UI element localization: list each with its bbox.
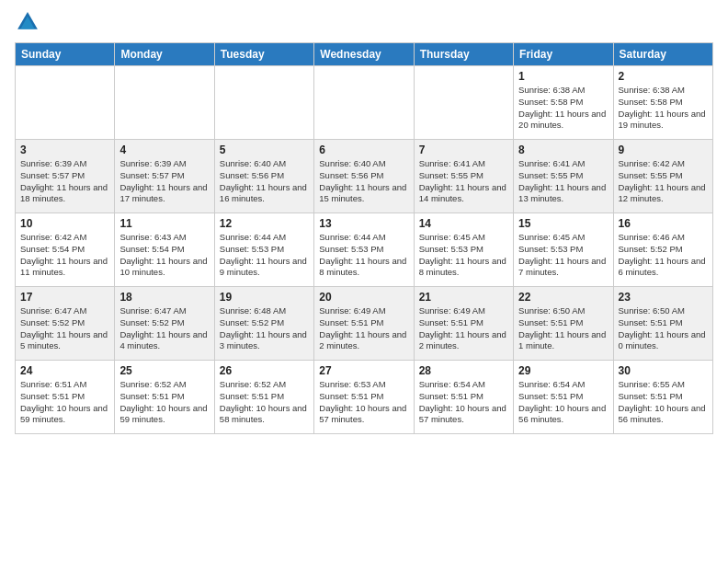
calendar-cell: 29Sunrise: 6:54 AM Sunset: 5:51 PM Dayli… <box>514 361 613 434</box>
page: SundayMondayTuesdayWednesdayThursdayFrid… <box>0 0 728 449</box>
day-number: 25 <box>119 364 209 377</box>
weekday-header-sunday: Sunday <box>16 43 115 66</box>
day-number: 8 <box>518 144 608 156</box>
day-number: 11 <box>119 217 209 230</box>
calendar-cell: 30Sunrise: 6:55 AM Sunset: 5:51 PM Dayli… <box>613 361 712 434</box>
calendar-cell: 2Sunrise: 6:38 AM Sunset: 5:58 PM Daylig… <box>613 66 712 140</box>
day-info: Sunrise: 6:50 AM Sunset: 5:51 PM Dayligh… <box>518 305 608 352</box>
calendar-cell: 4Sunrise: 6:39 AM Sunset: 5:57 PM Daylig… <box>115 140 214 213</box>
day-number: 28 <box>419 364 508 377</box>
day-number: 23 <box>619 291 708 304</box>
day-number: 18 <box>119 291 209 304</box>
day-number: 14 <box>419 217 508 230</box>
calendar-table: SundayMondayTuesdayWednesdayThursdayFrid… <box>15 42 713 434</box>
calendar-cell: 24Sunrise: 6:51 AM Sunset: 5:51 PM Dayli… <box>16 361 115 434</box>
calendar-cell: 25Sunrise: 6:52 AM Sunset: 5:51 PM Dayli… <box>115 361 214 434</box>
cell-content-day-28: 28Sunrise: 6:54 AM Sunset: 5:51 PM Dayli… <box>419 364 508 426</box>
day-number: 17 <box>20 291 109 304</box>
calendar-cell <box>16 66 115 140</box>
day-number: 29 <box>518 364 608 377</box>
cell-content-day-12: 12Sunrise: 6:44 AM Sunset: 5:53 PM Dayli… <box>220 217 309 279</box>
day-number: 15 <box>518 217 608 230</box>
day-info: Sunrise: 6:39 AM Sunset: 5:57 PM Dayligh… <box>20 158 109 205</box>
day-number: 26 <box>220 364 309 377</box>
cell-content-day-17: 17Sunrise: 6:47 AM Sunset: 5:52 PM Dayli… <box>20 291 109 352</box>
day-number: 27 <box>319 364 408 377</box>
cell-content-day-16: 16Sunrise: 6:46 AM Sunset: 5:52 PM Dayli… <box>619 217 708 279</box>
cell-content-day-30: 30Sunrise: 6:55 AM Sunset: 5:51 PM Dayli… <box>619 364 708 426</box>
logo-icon <box>15 9 40 35</box>
day-info: Sunrise: 6:41 AM Sunset: 5:55 PM Dayligh… <box>419 158 508 205</box>
cell-content-day-21: 21Sunrise: 6:49 AM Sunset: 5:51 PM Dayli… <box>419 291 508 352</box>
calendar-cell: 3Sunrise: 6:39 AM Sunset: 5:57 PM Daylig… <box>16 140 115 213</box>
calendar-cell: 19Sunrise: 6:48 AM Sunset: 5:52 PM Dayli… <box>214 287 313 361</box>
calendar-cell: 9Sunrise: 6:42 AM Sunset: 5:55 PM Daylig… <box>613 140 712 213</box>
weekday-header-thursday: Thursday <box>414 43 513 66</box>
cell-content-day-2: 2Sunrise: 6:38 AM Sunset: 5:58 PM Daylig… <box>619 70 708 132</box>
cell-content-day-14: 14Sunrise: 6:45 AM Sunset: 5:53 PM Dayli… <box>419 217 508 279</box>
calendar-cell <box>414 66 513 140</box>
calendar-cell: 8Sunrise: 6:41 AM Sunset: 5:55 PM Daylig… <box>514 140 613 213</box>
day-number: 16 <box>619 217 708 230</box>
day-info: Sunrise: 6:42 AM Sunset: 5:55 PM Dayligh… <box>619 158 708 205</box>
cell-content-day-1: 1Sunrise: 6:38 AM Sunset: 5:58 PM Daylig… <box>518 70 608 132</box>
day-info: Sunrise: 6:47 AM Sunset: 5:52 PM Dayligh… <box>119 305 209 352</box>
calendar-cell: 12Sunrise: 6:44 AM Sunset: 5:53 PM Dayli… <box>214 213 313 287</box>
calendar-cell: 23Sunrise: 6:50 AM Sunset: 5:51 PM Dayli… <box>613 287 712 361</box>
day-info: Sunrise: 6:44 AM Sunset: 5:53 PM Dayligh… <box>319 232 408 279</box>
day-info: Sunrise: 6:38 AM Sunset: 5:58 PM Dayligh… <box>619 85 708 132</box>
day-number: 6 <box>319 144 408 156</box>
day-info: Sunrise: 6:52 AM Sunset: 5:51 PM Dayligh… <box>119 379 209 426</box>
day-info: Sunrise: 6:47 AM Sunset: 5:52 PM Dayligh… <box>20 305 109 352</box>
weekday-header-tuesday: Tuesday <box>214 43 313 66</box>
day-number: 3 <box>20 144 109 156</box>
calendar-cell: 17Sunrise: 6:47 AM Sunset: 5:52 PM Dayli… <box>16 287 115 361</box>
day-number: 12 <box>220 217 309 230</box>
weekday-header-saturday: Saturday <box>613 43 712 66</box>
day-info: Sunrise: 6:49 AM Sunset: 5:51 PM Dayligh… <box>319 305 408 352</box>
calendar-cell: 22Sunrise: 6:50 AM Sunset: 5:51 PM Dayli… <box>514 287 613 361</box>
day-number: 5 <box>220 144 309 156</box>
calendar-cell: 10Sunrise: 6:42 AM Sunset: 5:54 PM Dayli… <box>16 213 115 287</box>
weekday-header-row: SundayMondayTuesdayWednesdayThursdayFrid… <box>16 43 713 66</box>
day-number: 4 <box>119 144 209 156</box>
day-number: 24 <box>20 364 109 377</box>
calendar-cell: 18Sunrise: 6:47 AM Sunset: 5:52 PM Dayli… <box>115 287 214 361</box>
day-number: 13 <box>319 217 408 230</box>
day-number: 20 <box>319 291 408 304</box>
day-info: Sunrise: 6:45 AM Sunset: 5:53 PM Dayligh… <box>518 232 608 279</box>
day-number: 30 <box>619 364 708 377</box>
day-info: Sunrise: 6:45 AM Sunset: 5:53 PM Dayligh… <box>419 232 508 279</box>
calendar-cell: 11Sunrise: 6:43 AM Sunset: 5:54 PM Dayli… <box>115 213 214 287</box>
week-row-5: 24Sunrise: 6:51 AM Sunset: 5:51 PM Dayli… <box>16 361 713 434</box>
day-info: Sunrise: 6:54 AM Sunset: 5:51 PM Dayligh… <box>518 379 608 426</box>
cell-content-day-20: 20Sunrise: 6:49 AM Sunset: 5:51 PM Dayli… <box>319 291 408 352</box>
logo <box>15 9 44 35</box>
day-info: Sunrise: 6:48 AM Sunset: 5:52 PM Dayligh… <box>220 305 309 352</box>
cell-content-day-26: 26Sunrise: 6:52 AM Sunset: 5:51 PM Dayli… <box>220 364 309 426</box>
cell-content-day-13: 13Sunrise: 6:44 AM Sunset: 5:53 PM Dayli… <box>319 217 408 279</box>
calendar-cell: 1Sunrise: 6:38 AM Sunset: 5:58 PM Daylig… <box>514 66 613 140</box>
day-number: 1 <box>518 70 608 83</box>
cell-content-day-18: 18Sunrise: 6:47 AM Sunset: 5:52 PM Dayli… <box>119 291 209 352</box>
day-number: 19 <box>220 291 309 304</box>
week-row-4: 17Sunrise: 6:47 AM Sunset: 5:52 PM Dayli… <box>16 287 713 361</box>
calendar-cell: 14Sunrise: 6:45 AM Sunset: 5:53 PM Dayli… <box>414 213 513 287</box>
day-info: Sunrise: 6:51 AM Sunset: 5:51 PM Dayligh… <box>20 379 109 426</box>
day-info: Sunrise: 6:38 AM Sunset: 5:58 PM Dayligh… <box>518 85 608 132</box>
calendar-cell: 5Sunrise: 6:40 AM Sunset: 5:56 PM Daylig… <box>214 140 313 213</box>
calendar-cell: 21Sunrise: 6:49 AM Sunset: 5:51 PM Dayli… <box>414 287 513 361</box>
day-info: Sunrise: 6:46 AM Sunset: 5:52 PM Dayligh… <box>619 232 708 279</box>
cell-content-day-11: 11Sunrise: 6:43 AM Sunset: 5:54 PM Dayli… <box>119 217 209 279</box>
cell-content-day-22: 22Sunrise: 6:50 AM Sunset: 5:51 PM Dayli… <box>518 291 608 352</box>
day-info: Sunrise: 6:54 AM Sunset: 5:51 PM Dayligh… <box>419 379 508 426</box>
calendar-cell <box>214 66 313 140</box>
calendar-cell <box>115 66 214 140</box>
day-info: Sunrise: 6:39 AM Sunset: 5:57 PM Dayligh… <box>119 158 209 205</box>
day-number: 9 <box>619 144 708 156</box>
cell-content-day-27: 27Sunrise: 6:53 AM Sunset: 5:51 PM Dayli… <box>319 364 408 426</box>
cell-content-day-15: 15Sunrise: 6:45 AM Sunset: 5:53 PM Dayli… <box>518 217 608 279</box>
day-info: Sunrise: 6:43 AM Sunset: 5:54 PM Dayligh… <box>119 232 209 279</box>
cell-content-day-5: 5Sunrise: 6:40 AM Sunset: 5:56 PM Daylig… <box>220 144 309 205</box>
day-number: 21 <box>419 291 508 304</box>
